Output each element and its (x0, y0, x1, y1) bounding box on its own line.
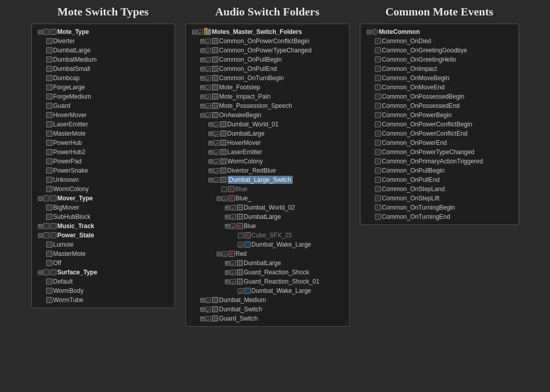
tree-row[interactable]: + Divertor_RedBlue (188, 166, 347, 175)
checkbox-icon[interactable] (205, 316, 211, 322)
checkbox-icon[interactable] (238, 233, 243, 238)
tree-row[interactable]: HoverMover (34, 110, 173, 120)
tree-row[interactable]: ForgeLarge (34, 83, 173, 92)
checkbox-icon[interactable] (230, 214, 236, 220)
checkbox-icon[interactable] (230, 205, 236, 211)
tree-row[interactable]: + WormColony (188, 157, 347, 166)
checkbox-icon[interactable] (230, 279, 236, 285)
tree-row[interactable]: + Common_OnPowerConflictBegin (188, 36, 347, 46)
tree-row[interactable]: − MoteCommon (363, 27, 517, 36)
tree-row[interactable]: DumbatMedium (34, 55, 173, 64)
tree-row[interactable]: + Music_Track (34, 221, 173, 231)
expand-icon[interactable]: + (225, 261, 230, 266)
tree-row[interactable]: + Guard_Reaction_Shock_01 (188, 277, 347, 286)
tree-row[interactable]: Diverter (34, 36, 173, 46)
tree-row[interactable]: + DumbatLarge (188, 258, 347, 268)
tree-row[interactable]: LaserEmitter (34, 120, 173, 129)
tree-row[interactable]: MasterMote (34, 249, 173, 258)
tree-row[interactable]: Common_OnDied (363, 36, 517, 46)
checkbox-icon[interactable] (205, 113, 211, 118)
tree-row[interactable]: + Mote_Possession_Speech (188, 101, 347, 110)
checkbox-icon[interactable] (205, 76, 211, 81)
checkbox-icon[interactable] (197, 29, 203, 35)
expand-icon[interactable]: + (208, 132, 213, 136)
tree-row[interactable]: + Dumbat_Medium (188, 295, 347, 305)
tree-row[interactable]: Dumbat_Wake_Large (188, 286, 347, 295)
tree-row[interactable]: DumbatSmall (34, 64, 173, 73)
tree-row[interactable]: Dumbat_Wake_Large (188, 240, 347, 249)
tree-row[interactable]: Common_OnGreetingHello (363, 55, 517, 64)
tree-row[interactable]: Common_OnPossessedBegin (363, 92, 517, 101)
collapse-icon[interactable]: − (200, 113, 205, 118)
expand-icon[interactable]: + (200, 307, 205, 312)
tree-row[interactable]: Common_OnPullEnd (363, 175, 517, 184)
expand-icon[interactable]: + (200, 104, 205, 108)
tree-row[interactable]: Off (34, 258, 173, 268)
tree-row[interactable]: + LaserEmitter (188, 147, 347, 157)
tree-row[interactable]: DumbatLarge (34, 46, 173, 55)
tree-row[interactable]: Common_OnImpact (363, 64, 517, 73)
tree-row[interactable]: PowerHub2 (34, 147, 173, 157)
tree-row[interactable]: Default (34, 277, 173, 286)
checkbox-icon[interactable] (205, 85, 211, 90)
expand-icon[interactable]: + (225, 224, 230, 229)
expand-icon[interactable]: + (200, 39, 205, 44)
tree-row[interactable]: Dumbcap (34, 73, 173, 83)
tree-row[interactable]: − ✕ Blue_ (188, 194, 347, 203)
tree-row[interactable]: + Mote_Impact_Pain (188, 92, 347, 101)
tree-row[interactable]: Common_OnPowerBegin (363, 110, 517, 120)
checkbox-icon[interactable] (205, 66, 211, 72)
expand-icon[interactable]: + (225, 279, 230, 284)
tree-row[interactable]: Common_OnMoveEnd (363, 83, 517, 92)
checkbox-icon[interactable] (214, 150, 219, 155)
expand-icon[interactable]: + (225, 206, 230, 210)
tree-row[interactable]: Common_OnPowerConflictEnd (363, 129, 517, 138)
tree-row[interactable]: WormTube (34, 295, 173, 305)
tree-row[interactable]: Common_OnStepLand (363, 184, 517, 194)
tree-row[interactable]: + Dumbat_World_02 (188, 203, 347, 212)
checkbox-icon[interactable] (205, 297, 211, 303)
tree-row[interactable]: Common_OnPullBegin (363, 166, 517, 175)
expand-icon[interactable]: + (200, 85, 205, 90)
tree-row[interactable]: + Dumbat_Switch (188, 305, 347, 314)
tree-row[interactable]: − Motes_Master_Switch_Folders (188, 27, 347, 36)
tree-row[interactable]: + ✕ Blue (188, 221, 347, 231)
collapse-icon[interactable]: − (192, 30, 197, 34)
expand-icon[interactable]: + (200, 58, 205, 62)
expand-icon[interactable]: + (208, 141, 213, 145)
tree-row[interactable]: ✕ Cube_SFX_25 (188, 231, 347, 240)
checkbox-icon[interactable] (214, 177, 219, 183)
tree-row[interactable]: + Guard_Switch (188, 314, 347, 323)
tree-row[interactable]: Common_OnPossessedEnd (363, 101, 517, 110)
expand-icon[interactable]: + (200, 48, 205, 53)
checkbox-icon[interactable] (230, 260, 236, 266)
expand-icon[interactable]: + (225, 215, 230, 219)
expand-icon[interactable]: + (208, 159, 213, 164)
expand-icon[interactable]: + (225, 270, 230, 275)
tree-row[interactable]: + Common_OnPullEnd (188, 64, 347, 73)
expand-icon[interactable]: + (208, 122, 213, 127)
tree-row[interactable]: Guard (34, 101, 173, 110)
checkbox-icon[interactable] (214, 131, 219, 137)
collapse-icon[interactable]: − (217, 252, 221, 256)
expand-icon[interactable]: + (208, 169, 213, 173)
tree-row[interactable]: Common_OnMoveBegin (363, 73, 517, 83)
checkbox-icon[interactable] (230, 223, 236, 229)
tree-row[interactable]: + DumbatLarge (188, 129, 347, 138)
tree-row[interactable]: PowerPad (34, 157, 173, 166)
collapse-icon[interactable]: − (367, 30, 371, 34)
tree-row[interactable]: − OnAwakeBegin (188, 110, 347, 120)
checkbox-icon[interactable] (205, 48, 211, 53)
checkbox-icon[interactable] (222, 196, 227, 201)
tree-row[interactable]: MasterMote (34, 129, 173, 138)
tree-row[interactable]: − Mote_Type (34, 27, 173, 36)
tree-row[interactable]: Common_OnPowerTypeChanged (363, 147, 517, 157)
expand-icon[interactable]: + (200, 95, 205, 99)
tree-row[interactable]: + Common_OnTurnBegin (188, 73, 347, 83)
checkbox-icon[interactable] (205, 94, 211, 100)
tree-row[interactable]: − Surface_Type (34, 268, 173, 277)
tree-row[interactable]: + Mote_Footstep (188, 83, 347, 92)
checkbox-icon[interactable] (214, 140, 219, 146)
expand-icon[interactable]: + (208, 150, 213, 155)
tree-row[interactable]: − ✕ Red (188, 249, 347, 258)
